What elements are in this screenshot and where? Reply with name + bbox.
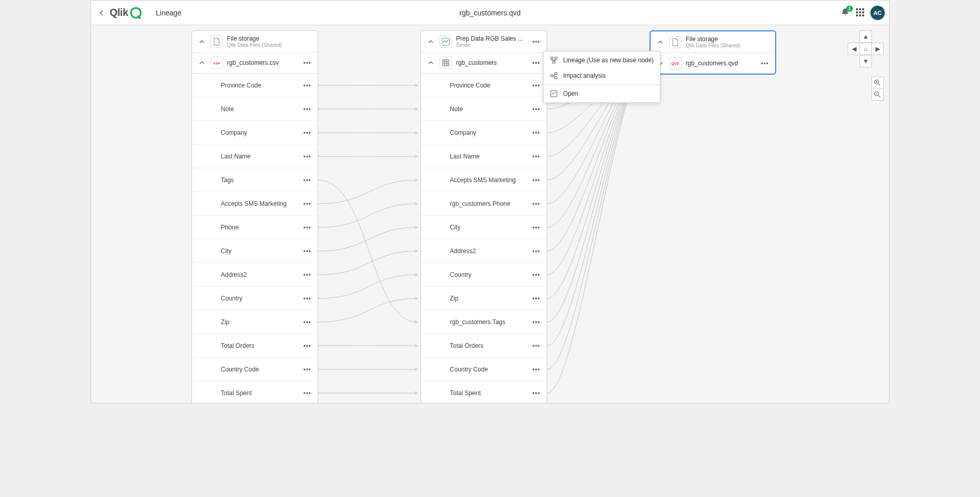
field-row[interactable]: Phone••• <box>192 216 318 239</box>
field-row[interactable]: Province Code••• <box>421 74 547 97</box>
svg-line-1 <box>878 83 880 85</box>
impact-icon <box>550 72 558 80</box>
field-row[interactable]: Total Spent••• <box>192 381 318 403</box>
field-row[interactable]: Country Code••• <box>192 358 318 381</box>
lineage-icon <box>550 56 558 64</box>
more-button[interactable]: ••• <box>302 80 312 91</box>
field-row[interactable]: Total Spent••• <box>421 381 547 403</box>
more-button[interactable]: ••• <box>531 317 541 327</box>
table-row[interactable]: QVD rgb_customers.qvd ••• <box>651 53 775 74</box>
menu-item-open[interactable]: Open <box>544 86 660 101</box>
table-row[interactable]: rgb_customers ••• <box>421 52 547 74</box>
more-button[interactable]: ••• <box>531 37 541 47</box>
more-button[interactable]: ••• <box>302 364 312 375</box>
more-button[interactable]: ••• <box>531 293 541 304</box>
zoom-in-button[interactable] <box>871 77 884 89</box>
more-button[interactable]: ••• <box>302 58 312 68</box>
lineage-canvas[interactable]: ▲ ◀ ⌂ ▶ ▼ <box>91 25 889 403</box>
more-button[interactable]: ••• <box>302 270 312 280</box>
more-button[interactable]: ••• <box>302 151 312 162</box>
field-name: Company <box>450 129 527 136</box>
more-button[interactable]: ••• <box>531 270 541 280</box>
more-button[interactable]: ••• <box>531 175 541 185</box>
nav-up-button[interactable]: ▲ <box>860 30 872 43</box>
field-name: Country Code <box>221 366 298 373</box>
app-card: Prep Data RGB Sales A… Sense ••• rgb_cus… <box>421 30 547 403</box>
field-row[interactable]: Province Code••• <box>192 74 318 97</box>
nav-home-button[interactable]: ⌂ <box>860 43 872 55</box>
svg-rect-13 <box>551 57 553 59</box>
more-button[interactable]: ••• <box>531 104 541 114</box>
field-row[interactable]: Accepts SMS Marketing••• <box>421 168 547 192</box>
nav-right-button[interactable]: ▶ <box>871 43 884 55</box>
more-button[interactable]: ••• <box>531 341 541 351</box>
more-button[interactable]: ••• <box>531 151 541 162</box>
more-button[interactable]: ••• <box>302 341 312 351</box>
collapse-toggle[interactable] <box>197 58 206 67</box>
table-row[interactable]: csv rgb_customers.csv ••• <box>192 52 318 74</box>
zoom-out-button[interactable] <box>871 88 884 101</box>
apps-launcher-icon[interactable] <box>856 8 865 17</box>
notifications-button[interactable]: 1 <box>841 8 851 18</box>
field-name: Accepts SMS Marketing <box>450 176 527 184</box>
field-row[interactable]: Tags••• <box>192 168 318 192</box>
nav-left-button[interactable]: ◀ <box>848 43 860 55</box>
field-row[interactable]: Last Name••• <box>421 145 547 168</box>
field-row[interactable]: Address2••• <box>421 239 547 263</box>
field-row[interactable]: Country Code••• <box>421 358 547 381</box>
back-button[interactable] <box>95 7 108 19</box>
field-name: Address2 <box>221 271 298 278</box>
field-row[interactable]: Note••• <box>192 97 318 121</box>
field-row[interactable]: Country••• <box>192 287 318 310</box>
nav-down-button[interactable]: ▼ <box>860 55 872 67</box>
field-row[interactable]: Zip••• <box>421 287 547 310</box>
field-row[interactable]: Address2••• <box>192 263 318 287</box>
field-row[interactable]: Total Orders••• <box>192 334 318 358</box>
more-button[interactable]: ••• <box>760 58 770 68</box>
field-row[interactable]: City••• <box>421 216 547 239</box>
more-button[interactable]: ••• <box>302 293 312 304</box>
field-row[interactable]: Company••• <box>421 121 547 145</box>
field-row[interactable]: Company••• <box>192 121 318 145</box>
field-name: Last Name <box>221 153 298 160</box>
collapse-toggle[interactable] <box>197 37 206 46</box>
more-button[interactable]: ••• <box>302 317 312 327</box>
field-row[interactable]: Note••• <box>421 97 547 121</box>
user-avatar[interactable]: AC <box>870 6 885 20</box>
more-button[interactable]: ••• <box>302 388 312 398</box>
more-button[interactable]: ••• <box>302 128 312 138</box>
field-row[interactable]: Total Orders••• <box>421 334 547 358</box>
menu-item-lineage[interactable]: Lineage (Use as new base node) <box>544 52 660 68</box>
field-row[interactable]: Country••• <box>421 263 547 287</box>
more-button[interactable]: ••• <box>531 199 541 209</box>
collapse-toggle[interactable] <box>656 38 665 47</box>
collapse-toggle[interactable] <box>426 37 435 46</box>
more-button[interactable]: ••• <box>531 80 541 91</box>
field-row[interactable]: rgb_customers.Tags••• <box>421 310 547 334</box>
more-button[interactable]: ••• <box>531 364 541 375</box>
qlik-logo[interactable]: Qlik <box>110 7 142 19</box>
more-button[interactable]: ••• <box>531 58 541 68</box>
more-button[interactable]: ••• <box>531 246 541 256</box>
more-button[interactable]: ••• <box>531 222 541 233</box>
field-row[interactable]: Last Name••• <box>192 145 318 168</box>
target-card: File storage Qlik Data Files (Shared) QV… <box>650 30 776 75</box>
field-row[interactable]: Accepts SMS Marketing••• <box>192 192 318 216</box>
more-button[interactable]: ••• <box>302 104 312 114</box>
field-row[interactable]: City••• <box>192 239 318 263</box>
more-button[interactable]: ••• <box>302 175 312 185</box>
more-button[interactable]: ••• <box>531 388 541 398</box>
collapse-toggle[interactable] <box>426 58 435 67</box>
more-button[interactable]: ••• <box>302 246 312 256</box>
menu-item-impact[interactable]: Impact analysis <box>544 68 660 83</box>
field-name: Company <box>221 129 298 136</box>
more-button[interactable]: ••• <box>302 199 312 209</box>
card-header: File storage Qlik Data Files (Shared) <box>192 31 318 52</box>
more-button[interactable]: ••• <box>302 222 312 233</box>
field-row[interactable]: rgb_customers.Phone••• <box>421 192 547 216</box>
field-name: Province Code <box>221 82 298 89</box>
field-row[interactable]: Zip••• <box>192 310 318 334</box>
navigation-controls: ▲ ◀ ⌂ ▶ ▼ <box>848 30 884 67</box>
notification-count: 1 <box>846 6 853 12</box>
more-button[interactable]: ••• <box>531 128 541 138</box>
